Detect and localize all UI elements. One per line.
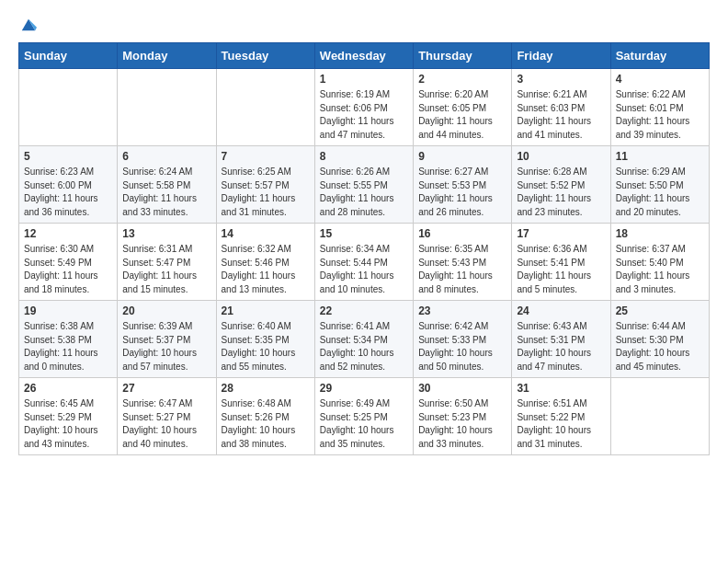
calendar-week-row: 26Sunrise: 6:45 AM Sunset: 5:29 PM Dayli… [19,378,710,455]
day-info: Sunrise: 6:41 AM Sunset: 5:34 PM Dayligh… [320,320,408,373]
calendar-week-row: 19Sunrise: 6:38 AM Sunset: 5:38 PM Dayli… [19,301,710,378]
day-number: 2 [418,73,506,86]
day-info: Sunrise: 6:32 AM Sunset: 5:46 PM Dayligh… [222,243,310,296]
calendar-cell [610,378,709,455]
day-number: 11 [616,150,704,163]
day-info: Sunrise: 6:51 AM Sunset: 5:22 PM Dayligh… [517,397,605,451]
day-info: Sunrise: 6:34 AM Sunset: 5:44 PM Dayligh… [320,243,408,296]
calendar-day-header: Sunday [19,43,118,69]
day-info: Sunrise: 6:22 AM Sunset: 6:01 PM Dayligh… [616,88,704,142]
calendar-cell: 3Sunrise: 6:21 AM Sunset: 6:03 PM Daylig… [512,69,610,146]
day-number: 10 [517,150,605,163]
calendar-cell: 22Sunrise: 6:41 AM Sunset: 5:34 PM Dayli… [314,301,413,378]
calendar-cell: 15Sunrise: 6:34 AM Sunset: 5:44 PM Dayli… [314,224,413,301]
day-number: 8 [320,150,408,163]
calendar-week-row: 1Sunrise: 6:19 AM Sunset: 6:06 PM Daylig… [19,69,710,146]
calendar-cell: 4Sunrise: 6:22 AM Sunset: 6:01 PM Daylig… [610,69,709,146]
calendar-day-header: Saturday [610,43,709,69]
day-info: Sunrise: 6:35 AM Sunset: 5:43 PM Dayligh… [418,243,506,296]
header [18,17,710,33]
day-info: Sunrise: 6:43 AM Sunset: 5:31 PM Dayligh… [517,320,605,373]
calendar-table: SundayMondayTuesdayWednesdayThursdayFrid… [18,42,710,455]
calendar-cell: 31Sunrise: 6:51 AM Sunset: 5:22 PM Dayli… [512,378,610,455]
day-number: 22 [320,304,408,317]
calendar-cell: 14Sunrise: 6:32 AM Sunset: 5:46 PM Dayli… [216,224,314,301]
day-info: Sunrise: 6:27 AM Sunset: 5:53 PM Dayligh… [418,166,506,219]
page: SundayMondayTuesdayWednesdayThursdayFrid… [0,0,728,472]
day-info: Sunrise: 6:21 AM Sunset: 6:03 PM Dayligh… [517,88,605,142]
day-number: 26 [24,382,112,395]
day-info: Sunrise: 6:19 AM Sunset: 6:06 PM Dayligh… [320,88,408,142]
day-info: Sunrise: 6:25 AM Sunset: 5:57 PM Dayligh… [222,166,310,219]
day-number: 27 [122,382,210,395]
calendar-cell: 28Sunrise: 6:48 AM Sunset: 5:26 PM Dayli… [216,378,314,455]
day-info: Sunrise: 6:24 AM Sunset: 5:58 PM Dayligh… [122,166,210,219]
calendar-cell: 12Sunrise: 6:30 AM Sunset: 5:49 PM Dayli… [19,224,118,301]
day-info: Sunrise: 6:40 AM Sunset: 5:35 PM Dayligh… [222,320,310,373]
calendar-header-row: SundayMondayTuesdayWednesdayThursdayFrid… [19,43,710,69]
logo [18,17,37,33]
calendar-cell: 7Sunrise: 6:25 AM Sunset: 5:57 PM Daylig… [216,146,314,224]
calendar-cell: 1Sunrise: 6:19 AM Sunset: 6:06 PM Daylig… [314,69,413,146]
day-number: 6 [122,150,210,163]
day-number: 29 [320,382,408,395]
day-number: 17 [517,227,605,240]
logo-icon [20,17,37,33]
calendar-day-header: Monday [118,43,216,69]
calendar-cell: 6Sunrise: 6:24 AM Sunset: 5:58 PM Daylig… [118,146,216,224]
day-number: 13 [122,227,210,240]
day-number: 12 [24,227,112,240]
calendar-cell: 20Sunrise: 6:39 AM Sunset: 5:37 PM Dayli… [118,301,216,378]
calendar-day-header: Friday [512,43,610,69]
day-info: Sunrise: 6:44 AM Sunset: 5:30 PM Dayligh… [616,320,704,373]
calendar-cell [118,69,216,146]
day-number: 15 [320,227,408,240]
calendar-cell: 29Sunrise: 6:49 AM Sunset: 5:25 PM Dayli… [314,378,413,455]
calendar-cell: 25Sunrise: 6:44 AM Sunset: 5:30 PM Dayli… [610,301,709,378]
day-info: Sunrise: 6:29 AM Sunset: 5:50 PM Dayligh… [616,166,704,219]
calendar-cell: 10Sunrise: 6:28 AM Sunset: 5:52 PM Dayli… [512,146,610,224]
calendar-cell: 8Sunrise: 6:26 AM Sunset: 5:55 PM Daylig… [314,146,413,224]
day-info: Sunrise: 6:45 AM Sunset: 5:29 PM Dayligh… [24,397,112,451]
calendar-cell: 26Sunrise: 6:45 AM Sunset: 5:29 PM Dayli… [19,378,118,455]
calendar-cell [19,69,118,146]
day-number: 16 [418,227,506,240]
day-info: Sunrise: 6:36 AM Sunset: 5:41 PM Dayligh… [517,243,605,296]
calendar-cell: 19Sunrise: 6:38 AM Sunset: 5:38 PM Dayli… [19,301,118,378]
day-number: 31 [517,382,605,395]
calendar-cell: 17Sunrise: 6:36 AM Sunset: 5:41 PM Dayli… [512,224,610,301]
calendar-cell: 2Sunrise: 6:20 AM Sunset: 6:05 PM Daylig… [414,69,512,146]
day-info: Sunrise: 6:30 AM Sunset: 5:49 PM Dayligh… [24,243,112,296]
calendar-cell: 13Sunrise: 6:31 AM Sunset: 5:47 PM Dayli… [118,224,216,301]
day-info: Sunrise: 6:42 AM Sunset: 5:33 PM Dayligh… [418,320,506,373]
calendar-cell: 21Sunrise: 6:40 AM Sunset: 5:35 PM Dayli… [216,301,314,378]
calendar-week-row: 5Sunrise: 6:23 AM Sunset: 6:00 PM Daylig… [19,146,710,224]
day-number: 9 [418,150,506,163]
calendar-cell: 11Sunrise: 6:29 AM Sunset: 5:50 PM Dayli… [610,146,709,224]
day-info: Sunrise: 6:23 AM Sunset: 6:00 PM Dayligh… [24,166,112,219]
day-info: Sunrise: 6:50 AM Sunset: 5:23 PM Dayligh… [418,397,506,451]
day-number: 5 [24,150,112,163]
calendar-cell: 30Sunrise: 6:50 AM Sunset: 5:23 PM Dayli… [414,378,512,455]
day-info: Sunrise: 6:47 AM Sunset: 5:27 PM Dayligh… [122,397,210,451]
day-info: Sunrise: 6:31 AM Sunset: 5:47 PM Dayligh… [122,243,210,296]
day-number: 24 [517,304,605,317]
day-number: 1 [320,73,408,86]
day-number: 14 [222,227,310,240]
day-info: Sunrise: 6:39 AM Sunset: 5:37 PM Dayligh… [122,320,210,373]
calendar-day-header: Tuesday [216,43,314,69]
day-number: 25 [616,304,704,317]
calendar-cell: 27Sunrise: 6:47 AM Sunset: 5:27 PM Dayli… [118,378,216,455]
day-number: 19 [24,304,112,317]
day-number: 28 [222,382,310,395]
day-number: 23 [418,304,506,317]
calendar-cell: 24Sunrise: 6:43 AM Sunset: 5:31 PM Dayli… [512,301,610,378]
calendar-cell: 16Sunrise: 6:35 AM Sunset: 5:43 PM Dayli… [414,224,512,301]
calendar-cell: 23Sunrise: 6:42 AM Sunset: 5:33 PM Dayli… [414,301,512,378]
day-number: 3 [517,73,605,86]
day-info: Sunrise: 6:26 AM Sunset: 5:55 PM Dayligh… [320,166,408,219]
day-number: 7 [222,150,310,163]
day-number: 4 [616,73,704,86]
calendar-day-header: Thursday [414,43,512,69]
day-info: Sunrise: 6:28 AM Sunset: 5:52 PM Dayligh… [517,166,605,219]
